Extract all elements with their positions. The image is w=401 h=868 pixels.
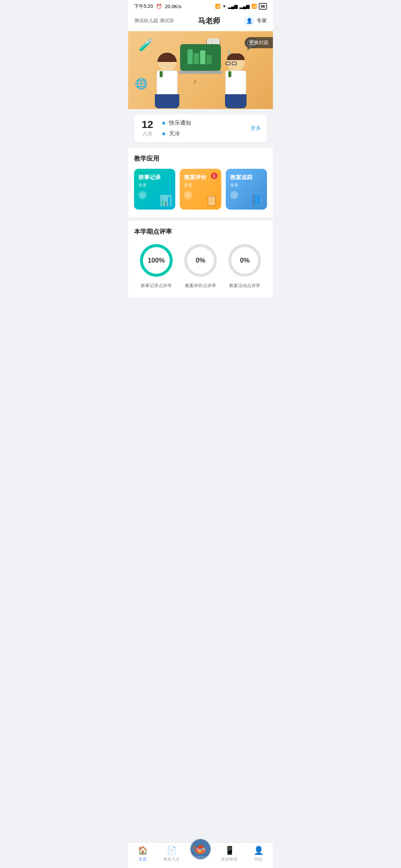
- lesson-review-arrow[interactable]: ›: [184, 191, 192, 199]
- notice-items: 快乐通知 天冷: [162, 119, 251, 137]
- content-spacer: [128, 298, 273, 342]
- lesson-activity-rating-item: 0% 教案活动点评率: [226, 242, 263, 289]
- anecdote-rating-item: 100% 轶事记录点评率: [138, 242, 175, 289]
- notice-card: 12 八月 快乐通知 天冷 更多: [134, 114, 267, 142]
- lesson-review-rating-label: 教案评价点评率: [185, 283, 216, 289]
- notice-date: 12 八月: [140, 119, 155, 137]
- user-icon[interactable]: 👤: [244, 16, 254, 26]
- lesson-track-arrow[interactable]: ›: [230, 191, 238, 199]
- notice-month: 八月: [140, 131, 155, 137]
- notice-text-2: 天冷: [169, 130, 180, 137]
- bluetooth-icon: ✦: [222, 4, 226, 9]
- teaching-apps-section: 教学应用 轶事记录 查看 › 📊 教案评价 查看 › 1 📋 教案追踪 查看 ›…: [128, 148, 273, 217]
- lesson-review-circle: 0%: [182, 242, 219, 279]
- status-bar: 下午5:20 ⏰ 20.0K/s 📶 ✦ ▂▄▆ ▂▄▆ 📶 46: [128, 0, 273, 12]
- lesson-track-icon: 📘: [251, 194, 264, 207]
- wifi-icon: 📶: [215, 4, 221, 9]
- anecdote-circle: 100%: [138, 242, 175, 279]
- anecdote-record-card[interactable]: 轶事记录 查看 › 📊: [134, 169, 175, 210]
- rating-section: 本学期点评率 100% 轶事记录点评率 0% 教案评价点评率: [128, 221, 273, 298]
- notice-text-1: 快乐通知: [169, 119, 191, 126]
- app-cards-container: 轶事记录 查看 › 📊 教案评价 查看 › 1 📋 教案追踪 查看 › 📘: [134, 169, 267, 210]
- lesson-review-rating-value: 0%: [196, 257, 205, 264]
- svg-rect-2: [200, 50, 205, 64]
- battery-icon: 46: [259, 3, 267, 10]
- globe-decoration: 🌐: [135, 78, 148, 90]
- lesson-track-sub: 查看: [230, 183, 263, 188]
- anecdote-rating-label: 轶事记录点评率: [141, 283, 172, 289]
- lesson-activity-circle: 0%: [226, 242, 263, 279]
- anecdote-record-sub: 查看: [138, 183, 171, 188]
- banner: 🧪 📖 💬 🌐 ? ! ♪: [128, 31, 273, 109]
- status-time: 下午5:20: [134, 3, 153, 10]
- lesson-activity-rating-value: 0%: [240, 257, 250, 264]
- lesson-review-icon: 📋: [205, 194, 218, 207]
- expert-label[interactable]: 专家: [257, 17, 267, 24]
- notice-item-1[interactable]: 快乐通知: [162, 119, 251, 126]
- anecdote-record-title: 轶事记录: [138, 174, 171, 181]
- lesson-review-sub: 查看: [184, 183, 216, 188]
- notice-more-button[interactable]: 更多: [251, 125, 261, 132]
- music-decoration: ♪: [193, 77, 197, 85]
- rating-circles-container: 100% 轶事记录点评率 0% 教案评价点评率 0% 教案: [134, 242, 267, 289]
- boy-character: [217, 50, 254, 109]
- svg-rect-0: [188, 49, 193, 64]
- girl-character: [149, 50, 186, 109]
- change-cover-button[interactable]: 更换封面: [245, 37, 273, 48]
- notice-day: 12: [140, 119, 155, 130]
- lesson-review-badge: 1: [211, 172, 218, 179]
- teaching-apps-title: 教学应用: [134, 154, 267, 163]
- signal-icon: ▂▄▆: [228, 4, 238, 9]
- svg-rect-3: [206, 55, 212, 64]
- lesson-track-title: 教案追踪: [230, 174, 263, 181]
- notice-dot-1: [162, 122, 165, 125]
- header: 测试幼儿园 测试班 马老师 👤 专家: [128, 12, 273, 31]
- laptop-decoration: [180, 44, 221, 74]
- notice-dot-2: [162, 132, 165, 135]
- anecdote-record-icon: 📊: [159, 194, 172, 207]
- lesson-review-rating-item: 0% 教案评价点评率: [182, 242, 219, 289]
- rating-title: 本学期点评率: [134, 227, 267, 236]
- lesson-track-card[interactable]: 教案追踪 查看 › 📘: [226, 169, 267, 210]
- wifi-icon-2: 📶: [251, 4, 257, 9]
- svg-rect-1: [194, 53, 199, 64]
- notice-item-2[interactable]: 天冷: [162, 130, 251, 137]
- school-class-label: 测试幼儿园 测试班: [134, 17, 174, 24]
- teacher-name: 马老师: [198, 16, 220, 26]
- anecdote-rating-value: 100%: [148, 257, 165, 264]
- status-alarm-icon: ⏰: [156, 4, 162, 9]
- lesson-review-card[interactable]: 教案评价 查看 › 1 📋: [180, 169, 221, 210]
- lesson-activity-rating-label: 教案活动点评率: [229, 283, 260, 289]
- signal-icon-2: ▂▄▆: [239, 4, 250, 9]
- anecdote-record-arrow[interactable]: ›: [138, 191, 147, 199]
- status-speed: 20.0K/s: [165, 4, 181, 9]
